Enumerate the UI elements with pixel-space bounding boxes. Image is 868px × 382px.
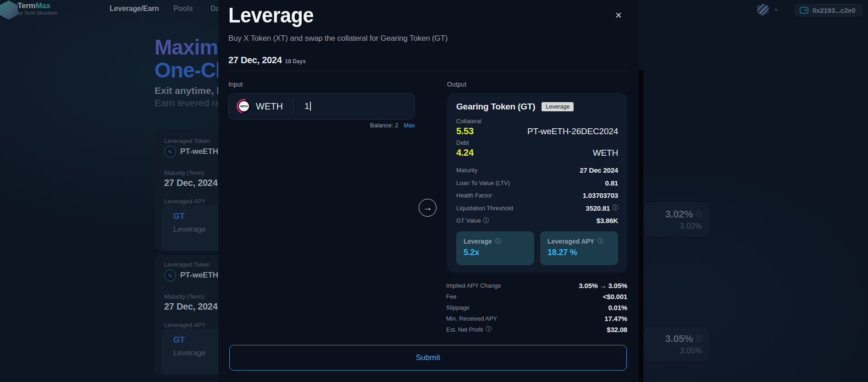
- leverage-metric-value: 5.2x: [464, 248, 534, 257]
- amount-text: 1: [304, 101, 310, 111]
- maturity-date: 27 Dec, 2024: [164, 178, 218, 188]
- detail-value: 3520.81ⓘ: [586, 204, 618, 212]
- summary-value: $32.08: [607, 326, 627, 333]
- leveraged-apy-label: Leveraged APY: [164, 198, 205, 205]
- brand-accent: Max: [36, 1, 50, 10]
- wallet-icon: [800, 7, 808, 14]
- balance-label: Balance: 2: [370, 122, 398, 129]
- close-icon[interactable]: ✕: [613, 9, 625, 21]
- metric-label-row: Leverageⓘ: [464, 237, 534, 246]
- metric-label: Leverage: [464, 238, 492, 245]
- summary-label: Slippage: [446, 304, 470, 311]
- detail-value: $3.86K: [597, 217, 618, 224]
- collateral-row: 5.53 PT-weETH-26DEC2024: [456, 126, 618, 136]
- gearing-token-header: Gearing Token (GT) Leverage: [456, 102, 618, 112]
- debt-row: 4.24 WETH: [456, 147, 618, 158]
- summary-value: <$0.001: [603, 293, 627, 300]
- wallet-address: 0x2193...c2e0: [813, 6, 855, 14]
- brand-name: TermMax: [17, 1, 50, 11]
- nav-item-leverage-earn[interactable]: Leverage/Earn: [110, 5, 159, 13]
- arrow-right-icon: →: [423, 202, 432, 213]
- collateral-asset: PT-weETH-26DEC2024: [527, 126, 618, 136]
- nav-item-pools[interactable]: Pools: [173, 5, 193, 13]
- modal-maturity-date: 27 Dec, 2024: [228, 55, 282, 65]
- balance-row: Balance: 2Max: [228, 122, 415, 129]
- weth-token-icon-text: WETH: [239, 101, 249, 111]
- summary-row-est-net-profit: Est. Net Profitⓘ $32.08: [446, 324, 627, 335]
- detail-label: Liquidation Threshold: [456, 205, 513, 212]
- metrics-row: Leverageⓘ 5.2x Leveraged APYⓘ 18.27 %: [456, 231, 618, 265]
- metric-label-row: Leveraged APYⓘ: [547, 237, 618, 246]
- summary-label-text: Est. Net Profit: [446, 326, 483, 333]
- leverage-metric-box: Leverageⓘ 5.2x: [456, 231, 534, 265]
- maturity-term-label: Maturity (Term): [164, 293, 204, 300]
- debt-asset: WETH: [593, 148, 618, 158]
- wallet-button[interactable]: 0x2193...c2e0: [795, 4, 862, 17]
- token-row: ∿ PT-weETH-: [164, 269, 221, 281]
- max-button[interactable]: Max: [404, 122, 415, 129]
- debt-amount: 4.24: [456, 147, 474, 158]
- hero-headline-line2: One-Cli: [155, 58, 227, 82]
- input-token-symbol: WETH: [256, 101, 283, 112]
- info-icon[interactable]: ⓘ: [612, 204, 618, 212]
- leveraged-apy-label: Leveraged APY: [164, 322, 205, 328]
- detail-row-gt-value: GT Valueⓘ $3.86K: [456, 214, 618, 227]
- chevron-down-icon[interactable]: ⌄: [773, 4, 779, 12]
- modal-subtitle: Buy X Token (XT) and swap the collateral…: [228, 34, 448, 43]
- info-icon[interactable]: ⓘ: [597, 237, 603, 246]
- detail-label-text: GT Value: [456, 217, 481, 224]
- modal-maturity-row: 27 Dec, 202418 Days: [228, 55, 306, 65]
- summary-list: Implied APY Change 3.05% → 3.05% Fee <$0…: [446, 280, 627, 335]
- summary-row-fee: Fee <$0.001: [446, 291, 627, 302]
- divider: [228, 71, 627, 71]
- detail-value-text: 3520.81: [586, 204, 610, 212]
- detail-value: 27 Dec 2024: [580, 166, 618, 174]
- leverage-badge: Leverage: [542, 102, 574, 111]
- info-icon[interactable]: ⓘ: [483, 217, 489, 225]
- detail-row-ltv: Loan To Value (LTV) 0.81: [456, 177, 618, 190]
- swap-arrow-button[interactable]: →: [419, 199, 437, 217]
- detail-label: Maturity: [456, 167, 477, 174]
- modal-maturity-days: 18 Days: [285, 58, 306, 65]
- summary-value: 0.01%: [608, 304, 627, 311]
- network-icon[interactable]: [757, 3, 769, 16]
- brand-tagline: by Term Structure: [17, 10, 57, 16]
- submit-button[interactable]: Submit: [229, 345, 627, 371]
- info-icon: ⓘ: [696, 335, 702, 343]
- input-amount-value[interactable]: 1: [304, 101, 311, 111]
- summary-row-min-received-apy: Min. Received APY 17.47%: [446, 313, 627, 324]
- leveraged-token-label: Leveraged Token: [164, 137, 210, 144]
- summary-value: 3.05% → 3.05%: [579, 282, 627, 289]
- token-name: PT-weETH-: [180, 271, 221, 280]
- debt-label: Debt: [456, 139, 618, 146]
- leveraged-apy-metric-box: Leveraged APYⓘ 18.27 %: [540, 231, 618, 265]
- detail-row-liquidation-threshold: Liquidation Threshold 3520.81ⓘ: [456, 202, 618, 215]
- apy-subvalue: 3.05%: [680, 346, 702, 355]
- apy-value: 3.02%: [665, 208, 693, 220]
- maturity-term-label: Maturity (Term): [164, 169, 204, 176]
- gearing-token-title: Gearing Token (GT): [456, 102, 535, 112]
- token-glyph: ∿: [168, 148, 173, 155]
- token-name: PT-weETH-: [180, 147, 221, 156]
- detail-label: Health Factor: [456, 192, 492, 199]
- summary-value: 17.47%: [604, 315, 627, 322]
- apy-value: 3.05%: [665, 333, 693, 345]
- amount-input[interactable]: WETH WETH 1: [228, 93, 415, 120]
- detail-label: GT Valueⓘ: [456, 217, 489, 225]
- info-icon[interactable]: ⓘ: [495, 237, 501, 246]
- pt-weeth-token-icon: ∿: [164, 146, 176, 158]
- maturity-date: 27 Dec, 2024: [164, 301, 218, 311]
- pt-weeth-token-icon: ∿: [164, 269, 176, 281]
- summary-row-implied-apy: Implied APY Change 3.05% → 3.05%: [446, 280, 627, 291]
- token-glyph: ∿: [168, 272, 173, 279]
- app-root: TermMax by Term Structure Leverage/Earn …: [0, 0, 868, 382]
- detail-value: 0.81: [605, 179, 618, 187]
- detail-label: Loan To Value (LTV): [456, 180, 510, 186]
- brand-logo-icon[interactable]: [0, 0, 19, 20]
- info-icon[interactable]: ⓘ: [486, 325, 492, 333]
- apy-subvalue: 3.02%: [680, 222, 702, 231]
- details-list: Maturity 27 Dec 2024 Loan To Value (LTV)…: [456, 164, 618, 227]
- output-section-label: Output: [447, 81, 466, 88]
- scrollbar[interactable]: [639, 70, 643, 382]
- detail-value: 1.03703703: [583, 191, 618, 199]
